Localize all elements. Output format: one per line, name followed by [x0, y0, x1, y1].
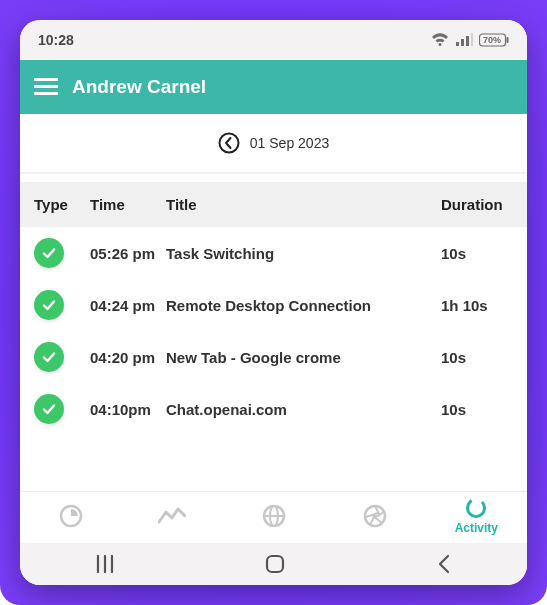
svg-rect-6: [34, 78, 58, 81]
timeline-icon: [158, 506, 186, 526]
date-bar: 01 Sep 2023: [20, 114, 527, 174]
svg-rect-5: [507, 37, 509, 43]
check-icon: [34, 238, 64, 268]
tab-screenshots[interactable]: [324, 492, 425, 539]
globe-icon: [261, 503, 287, 529]
table-row[interactable]: 04:20 pmNew Tab - Google crome10s: [20, 331, 527, 383]
battery-icon: 70%: [479, 33, 509, 47]
title-cell: Chat.openai.com: [166, 401, 441, 418]
svg-rect-2: [466, 36, 469, 46]
status-cell: [34, 290, 90, 320]
title-cell: Task Switching: [166, 245, 441, 262]
col-title: Title: [166, 196, 441, 213]
status-cell: [34, 342, 90, 372]
status-time: 10:28: [38, 32, 74, 48]
activity-icon: [465, 497, 487, 519]
clock-icon: [58, 503, 84, 529]
battery-level: 70%: [483, 35, 501, 45]
activity-table: Type Time Title Duration 05:26 pmTask Sw…: [20, 182, 527, 491]
tab-timeline[interactable]: [121, 492, 222, 539]
sys-recent-icon[interactable]: [94, 555, 116, 573]
status-cell: [34, 394, 90, 424]
check-icon: [34, 290, 64, 320]
time-cell: 04:20 pm: [90, 349, 166, 366]
current-date[interactable]: 01 Sep 2023: [250, 135, 329, 151]
table-row[interactable]: 05:26 pmTask Switching10s: [20, 227, 527, 279]
tab-websites[interactable]: [223, 492, 324, 539]
duration-cell: 10s: [441, 401, 513, 418]
tab-activity[interactable]: Activity: [426, 492, 527, 539]
tab-bar: Activity: [20, 491, 527, 543]
title-cell: New Tab - Google crome: [166, 349, 441, 366]
sys-home-icon[interactable]: [264, 553, 286, 575]
table-row[interactable]: 04:10pmChat.openai.com10s: [20, 383, 527, 435]
signal-icon: [455, 33, 473, 47]
wifi-icon: [431, 33, 449, 47]
status-right: 70%: [431, 33, 509, 47]
table-header: Type Time Title Duration: [20, 182, 527, 227]
duration-cell: 10s: [441, 245, 513, 262]
time-cell: 05:26 pm: [90, 245, 166, 262]
time-cell: 04:24 pm: [90, 297, 166, 314]
hamburger-icon[interactable]: [34, 78, 58, 96]
tab-clock[interactable]: [20, 492, 121, 539]
check-icon: [34, 394, 64, 424]
system-nav: [20, 543, 527, 585]
svg-rect-3: [471, 33, 473, 46]
duration-cell: 1h 10s: [441, 297, 513, 314]
svg-rect-24: [267, 556, 283, 572]
col-time: Time: [90, 196, 166, 213]
svg-point-20: [465, 497, 487, 519]
svg-rect-7: [34, 85, 58, 88]
tab-activity-label: Activity: [455, 521, 498, 535]
status-bar: 10:28 70%: [20, 20, 527, 60]
status-cell: [34, 238, 90, 268]
page-title: Andrew Carnel: [72, 76, 206, 98]
app-bar: Andrew Carnel: [20, 60, 527, 114]
sys-back-icon[interactable]: [435, 554, 453, 574]
svg-rect-1: [461, 39, 464, 46]
title-cell: Remote Desktop Connection: [166, 297, 441, 314]
svg-rect-0: [456, 42, 459, 46]
time-cell: 04:10pm: [90, 401, 166, 418]
table-row[interactable]: 04:24 pmRemote Desktop Connection1h 10s: [20, 279, 527, 331]
check-icon: [34, 342, 64, 372]
svg-point-9: [219, 134, 238, 153]
duration-cell: 10s: [441, 349, 513, 366]
col-duration: Duration: [441, 196, 513, 213]
prev-day-button[interactable]: [218, 132, 240, 154]
svg-rect-8: [34, 92, 58, 95]
col-type: Type: [34, 196, 90, 213]
aperture-icon: [362, 503, 388, 529]
